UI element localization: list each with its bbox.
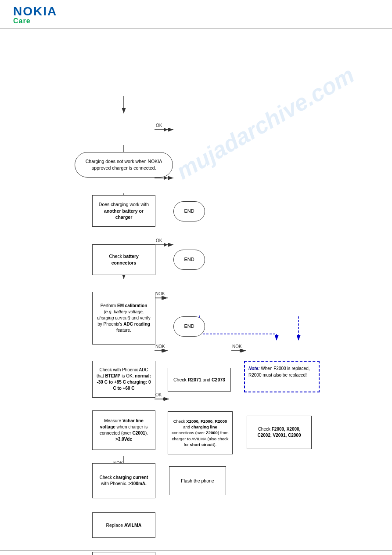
box4: Check with Phoenix ADC that BTEMP is OK:… [92, 361, 155, 398]
note-box: Note: When F2000 is replaced, R2000 must… [244, 361, 320, 392]
nokia-logo: NOKIA Care [13, 5, 379, 25]
boxD: Flash the phone [169, 466, 226, 495]
start-box: Charging does not work when NOKIA approv… [75, 152, 173, 178]
box7: Replace AVILMA [92, 512, 155, 538]
box1: Does charging work with another battery … [92, 195, 155, 227]
boxB: Check X2000, F2000, R2000 and charging l… [168, 411, 233, 454]
boxA: Check R2071 and C2073 [168, 368, 231, 392]
box5: Measure Vchar line voltage when charger … [92, 410, 155, 450]
end2: END [173, 250, 205, 270]
brand-sub: Care [13, 18, 379, 25]
brand-name: NOKIA [13, 5, 379, 18]
box8: Swap engine module. [92, 552, 155, 555]
page-header: NOKIA Care [0, 0, 392, 29]
box2: Check battery connectors [92, 244, 155, 275]
box3: Perform EM calibration (e.g. battery vol… [92, 292, 155, 345]
end3: END [173, 316, 205, 337]
footer-rule [0, 550, 392, 551]
boxC: Check F2000, X2000, C2002, V2001, C2000 [247, 416, 312, 449]
box6: Check charging current with Phoenix. >10… [92, 463, 155, 498]
end1: END [173, 201, 205, 221]
